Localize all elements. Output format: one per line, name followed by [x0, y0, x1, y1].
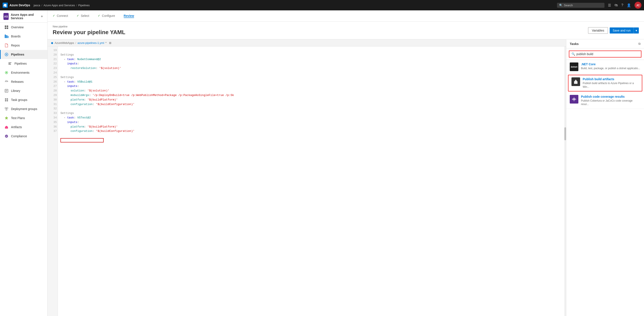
tasks-panel-header: Tasks ⧉: [566, 39, 644, 49]
code-coverage-name: Publish code coverage results: [581, 95, 640, 98]
task-item-code-coverage[interactable]: Publish code coverage results Publish Co…: [566, 92, 644, 109]
sidebar-item-releases[interactable]: Releases: [0, 77, 47, 86]
sidebar-item-taskgroups[interactable]: Task groups: [0, 95, 47, 104]
overview-icon: [4, 25, 9, 30]
top-nav-icons: ☰ 🛍 ? 👤 JC: [608, 2, 642, 9]
svg-rect-3: [7, 28, 8, 29]
save-and-run-dropdown-arrow[interactable]: ▾: [634, 28, 639, 34]
svg-marker-29: [574, 80, 577, 81]
sidebar-item-library[interactable]: Library: [0, 86, 47, 95]
step-select[interactable]: ✓ Select: [77, 14, 89, 18]
task-item-dotnet-core[interactable]: dotnet .NET Core Build, test, package, o…: [566, 60, 644, 74]
sidebar-label-artifacts: Artifacts: [11, 125, 22, 129]
svg-rect-18: [7, 98, 8, 100]
sidebar-label-repos: Repos: [11, 44, 20, 47]
svg-rect-19: [5, 100, 6, 101]
search-label: Search: [564, 4, 573, 7]
logo-text: Azure DevOps: [10, 4, 30, 7]
sidebar-label-compliance: Compliance: [11, 134, 27, 138]
svg-point-30: [574, 99, 575, 100]
yaml-editor-header: ◆ AzureWebApps / azure-pipelines-1.yml *…: [48, 39, 566, 47]
code-coverage-info: Publish code coverage results Publish Co…: [581, 95, 640, 106]
project-header[interactable]: AS Azure Apps and Services +: [0, 10, 47, 23]
add-project-button[interactable]: +: [40, 14, 44, 19]
line-29: configuration: '$(buildConfiguration)': [60, 103, 134, 106]
releases-icon: [4, 79, 9, 84]
tasks-panel-title: Tasks: [570, 42, 578, 46]
hamburger-icon[interactable]: ☰: [608, 3, 611, 7]
svg-rect-17: [5, 98, 6, 100]
sidebar-label-deployment-groups: Deployment groups: [11, 107, 37, 111]
sidebar-item-compliance[interactable]: Compliance: [0, 132, 47, 141]
sidebar-item-environments[interactable]: Environments: [0, 68, 47, 77]
sidebar-item-test-plans[interactable]: Test Plans: [0, 114, 47, 123]
scroll-indicator[interactable]: [564, 47, 566, 316]
shopping-bag-icon[interactable]: 🛍: [614, 3, 618, 7]
path-separator: /: [75, 41, 76, 45]
tasks-search-input[interactable]: [576, 52, 639, 56]
tasks-search-container: 🔍: [566, 49, 644, 60]
sidebar-item-overview[interactable]: Overview: [0, 23, 47, 32]
sidebar-item-repos[interactable]: Repos: [0, 41, 47, 50]
pipelines-icon: [4, 52, 9, 57]
step-connect[interactable]: ✓ Connect: [53, 14, 68, 18]
page-header: New pipeline Review your pipeline YAML V…: [48, 22, 644, 39]
sidebar-item-deployment-groups[interactable]: Deployment groups: [0, 104, 47, 114]
breadcrumb-sep2: /: [76, 4, 77, 7]
taskgroups-icon: [4, 98, 9, 102]
sidebar-label-releases: Releases: [11, 80, 24, 83]
save-and-run-button[interactable]: Save and run ▾: [610, 28, 639, 34]
boards-icon: [4, 34, 9, 39]
svg-rect-20: [7, 100, 8, 101]
settings-label-2: Settings: [60, 76, 74, 79]
sidebar: AS Azure Apps and Services + Overview Bo…: [0, 10, 48, 316]
line-28: platform: '$(buildPlatform)': [60, 98, 118, 101]
dotnet-core-icon: dotnet: [570, 63, 578, 71]
check-icon-connect: ✓: [53, 14, 55, 17]
user-avatar[interactable]: JC: [634, 2, 642, 9]
azure-devops-logo[interactable]: Azure DevOps: [2, 3, 30, 8]
yaml-code-body[interactable]: Settings - task: NuGetCommand@2 inputs: …: [58, 47, 564, 316]
user-icon[interactable]: 👤: [627, 3, 631, 7]
sidebar-label-overview: Overview: [11, 26, 24, 29]
task-item-publish-build-artifacts[interactable]: Publish build artifacts Publish build ar…: [568, 75, 642, 91]
line-34: configuration: '$(buildConfiguration)': [60, 129, 134, 133]
sidebar-item-pipelines[interactable]: Pipelines: [0, 50, 47, 59]
sidebar-label-test-plans: Test Plans: [11, 116, 25, 120]
sidebar-label-taskgroups: Task groups: [11, 98, 27, 102]
variables-button[interactable]: Variables: [588, 27, 608, 34]
page-header-left: New pipeline Review your pipeline YAML: [53, 25, 126, 36]
sidebar-item-pipelines-sub[interactable]: Pipelines: [0, 59, 47, 68]
collapse-panel-button[interactable]: ⧉: [638, 42, 640, 46]
step-configure-label: Configure: [102, 14, 115, 18]
svg-point-21: [5, 107, 6, 109]
line-24: - task: VSBuild@1: [60, 80, 92, 83]
logo-icon: [2, 3, 8, 8]
line-36: [60, 139, 104, 142]
sidebar-label-pipelines: Pipelines: [11, 53, 24, 56]
step-review[interactable]: Review: [124, 14, 134, 18]
yaml-editor-body[interactable]: 19 20 21 22 23 24 25 26 27 28 29 30 31 3…: [48, 47, 566, 316]
copy-icon[interactable]: ⊞: [109, 41, 112, 45]
publish-artifacts-desc: Publish build artifacts to Azure Pipelin…: [583, 82, 639, 89]
scroll-thumb[interactable]: [564, 127, 566, 140]
code-coverage-icon: [570, 95, 578, 104]
settings-label-1: Settings: [60, 53, 74, 56]
breadcrumb-pipelines[interactable]: Pipelines: [78, 4, 90, 7]
svg-rect-9: [8, 63, 10, 64]
help-icon[interactable]: ?: [621, 3, 623, 7]
environments-icon: [4, 70, 9, 75]
breadcrumb-org[interactable]: jasca: [34, 4, 40, 7]
breadcrumb-project[interactable]: Azure Apps and Services: [44, 4, 75, 7]
line-27: msbuildArgs: '/p:DeployOnBuild=true /p:W…: [60, 94, 234, 97]
sidebar-item-boards[interactable]: Boards: [0, 32, 47, 41]
yaml-editor: ◆ AzureWebApps / azure-pipelines-1.yml *…: [48, 39, 566, 316]
sidebar-item-artifacts[interactable]: Artifacts: [0, 123, 47, 132]
publish-artifacts-icon: [572, 77, 580, 86]
search-box[interactable]: 🔍 Search: [557, 3, 604, 8]
line-25: inputs:: [60, 85, 79, 88]
project-name: Azure Apps and Services: [11, 13, 38, 20]
check-icon-select: ✓: [77, 14, 79, 17]
line-31: - task: VSTest@2: [60, 116, 91, 119]
step-configure[interactable]: ✓ Configure: [98, 14, 115, 18]
